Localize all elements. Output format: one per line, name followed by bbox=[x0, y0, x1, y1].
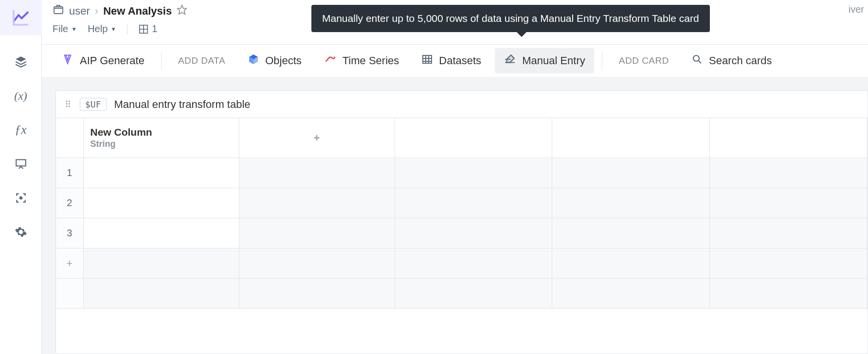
panel-count-value: 1 bbox=[152, 23, 157, 35]
cell[interactable] bbox=[395, 218, 552, 248]
add-card-label: ADD CARD bbox=[619, 55, 669, 66]
manual-entry-card: ⠿ $UF Manual entry transform table New C… bbox=[55, 90, 868, 354]
edit-table-icon bbox=[504, 53, 516, 69]
time-series-button[interactable]: Time Series bbox=[315, 48, 408, 73]
table-row bbox=[56, 279, 868, 309]
menu-divider bbox=[127, 24, 127, 35]
cube-icon bbox=[248, 53, 259, 68]
presentation-icon bbox=[15, 158, 27, 170]
panel-count[interactable]: 1 bbox=[138, 23, 157, 35]
aip-icon bbox=[61, 53, 74, 69]
page-title[interactable]: New Analysis bbox=[103, 5, 172, 18]
add-row-button[interactable]: + bbox=[56, 248, 83, 279]
cell[interactable] bbox=[83, 158, 239, 188]
datasets-label: Datasets bbox=[439, 54, 481, 67]
row-number: 1 bbox=[56, 158, 83, 188]
cell[interactable] bbox=[552, 188, 710, 218]
cell[interactable] bbox=[710, 158, 868, 188]
table-icon bbox=[421, 53, 433, 68]
cell[interactable] bbox=[710, 218, 868, 248]
cell[interactable] bbox=[83, 218, 239, 248]
toolbar-divider bbox=[602, 51, 602, 71]
cell bbox=[552, 248, 710, 279]
search-cards[interactable]: Search cards bbox=[683, 49, 781, 73]
search-cards-label: Search cards bbox=[709, 54, 772, 67]
sidebar-variables[interactable]: (x) bbox=[11, 86, 31, 106]
svg-rect-5 bbox=[423, 55, 432, 63]
cell bbox=[552, 279, 710, 309]
cell bbox=[239, 248, 395, 279]
gear-icon bbox=[15, 226, 27, 238]
search-icon bbox=[691, 53, 703, 68]
cell bbox=[710, 248, 868, 279]
add-card-label-group: ADD CARD bbox=[610, 51, 678, 71]
menu-file[interactable]: File ▼ bbox=[53, 23, 77, 35]
menu-help[interactable]: Help ▼ bbox=[88, 23, 116, 35]
breadcrumb-sep: › bbox=[95, 5, 98, 18]
add-row[interactable]: + bbox=[56, 248, 868, 279]
aip-generate-button[interactable]: AIP Generate bbox=[53, 48, 153, 73]
datasets-button[interactable]: Datasets bbox=[413, 49, 490, 73]
manual-entry-label: Manual Entry bbox=[522, 54, 585, 67]
plus-icon: + bbox=[66, 257, 72, 269]
content-area: ⠿ $UF Manual entry transform table New C… bbox=[42, 77, 868, 354]
menu-file-label: File bbox=[53, 23, 68, 35]
header-cutoff-text: iver bbox=[849, 0, 868, 15]
cell[interactable] bbox=[552, 158, 710, 188]
table-row: 3 bbox=[56, 218, 868, 248]
capture-icon bbox=[15, 192, 27, 204]
layers-icon bbox=[15, 55, 27, 68]
sidebar-settings[interactable] bbox=[11, 222, 31, 242]
cell bbox=[710, 279, 868, 309]
table-corner bbox=[56, 118, 83, 158]
drag-handle-icon[interactable]: ⠿ bbox=[65, 99, 72, 110]
plus-icon: + bbox=[314, 132, 320, 144]
manual-entry-button[interactable]: Manual Entry bbox=[495, 48, 594, 73]
svg-point-6 bbox=[693, 55, 699, 61]
add-data-label-group: ADD DATA bbox=[169, 51, 234, 71]
svg-point-1 bbox=[19, 197, 21, 199]
folder-icon bbox=[53, 4, 64, 18]
sidebar-capture[interactable] bbox=[11, 188, 31, 208]
manual-entry-tooltip: Manually enter up to 5,000 rows of data … bbox=[311, 5, 710, 32]
star-icon bbox=[177, 4, 187, 15]
sidebar-presentation[interactable] bbox=[11, 154, 31, 174]
left-sidebar: (x) ƒx bbox=[0, 0, 42, 354]
row-number bbox=[56, 279, 83, 309]
aip-generate-label: AIP Generate bbox=[80, 54, 145, 67]
menu-help-label: Help bbox=[88, 23, 108, 35]
cell[interactable] bbox=[395, 188, 552, 218]
card-badge: $UF bbox=[80, 98, 107, 111]
chart-line-icon bbox=[11, 8, 31, 27]
time-series-label: Time Series bbox=[343, 54, 399, 67]
column-name: New Column bbox=[90, 126, 232, 138]
objects-label: Objects bbox=[265, 54, 302, 67]
sidebar-functions[interactable]: ƒx bbox=[11, 120, 31, 140]
column-header[interactable]: New Column String bbox=[83, 118, 239, 158]
objects-button[interactable]: Objects bbox=[239, 49, 310, 73]
trend-icon bbox=[324, 53, 337, 69]
empty-header bbox=[552, 118, 710, 158]
add-data-label: ADD DATA bbox=[178, 55, 225, 66]
cell[interactable] bbox=[710, 188, 868, 218]
cell[interactable] bbox=[83, 188, 239, 218]
add-column-button[interactable]: + bbox=[239, 118, 395, 158]
cell bbox=[83, 279, 239, 309]
cell[interactable] bbox=[239, 188, 395, 218]
favorite-star[interactable] bbox=[177, 4, 187, 18]
cell[interactable] bbox=[552, 218, 710, 248]
sidebar-layers[interactable] bbox=[11, 52, 31, 72]
manual-entry-table: New Column String + 1 bbox=[56, 118, 868, 309]
row-number: 3 bbox=[56, 218, 83, 248]
toolbar: AIP Generate ADD DATA Objects Time Serie… bbox=[42, 45, 868, 77]
cell[interactable] bbox=[239, 218, 395, 248]
app-logo[interactable] bbox=[0, 0, 42, 35]
cell[interactable] bbox=[239, 158, 395, 188]
breadcrumb-user[interactable]: user bbox=[69, 5, 90, 18]
row-number: 2 bbox=[56, 188, 83, 218]
table-row: 1 bbox=[56, 158, 868, 188]
cell[interactable] bbox=[395, 158, 552, 188]
table-row: 2 bbox=[56, 188, 868, 218]
cell bbox=[395, 279, 552, 309]
cell bbox=[239, 279, 395, 309]
